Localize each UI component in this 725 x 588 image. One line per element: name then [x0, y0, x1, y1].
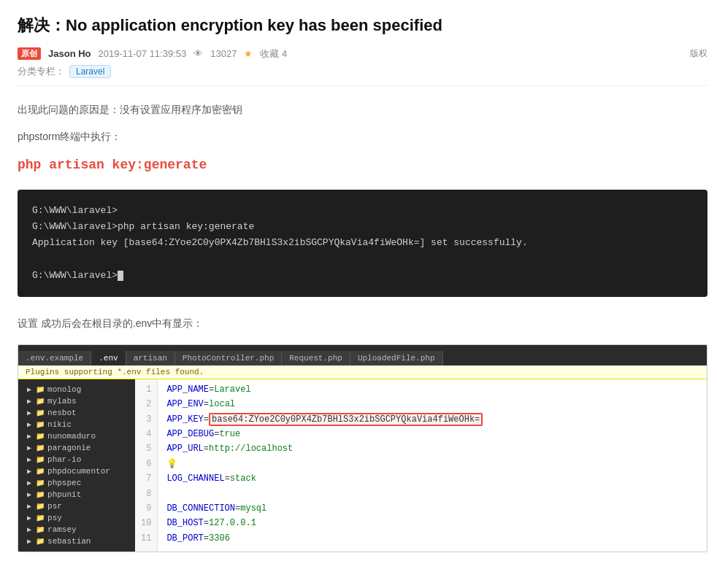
instruction-text: phpstorm终端中执行：: [18, 128, 707, 146]
code-area: APP_NAME=Laravel APP_ENV=local APP_KEY=b…: [158, 379, 707, 552]
list-item: ▶ 📁 mylabs: [18, 395, 135, 407]
code-line-9: DB_CONNECTION=mysql: [166, 501, 698, 516]
list-item: ▶ 📁 monolog: [18, 384, 135, 395]
list-item: ▶ 📁 paragonie: [18, 442, 135, 454]
original-badge: 原创: [18, 47, 41, 60]
favorites-count: 收藏 4: [260, 47, 287, 61]
artisan-command: php artisan key:generate: [18, 158, 707, 172]
ide-tab-photocontroller[interactable]: PhotoController.php: [175, 351, 282, 365]
category-tag[interactable]: Laravel: [69, 65, 111, 78]
ide-tab-env[interactable]: .env: [91, 351, 126, 365]
ide-tabs: .env.example .env artisan PhotoControlle…: [18, 345, 707, 365]
list-item: ▶ 📁 nunomaduro: [18, 430, 135, 442]
ide-code-content: 12345 67891011 APP_NAME=Laravel APP_ENV=…: [135, 379, 707, 552]
list-item: ▶ 📁 nesbot: [18, 407, 135, 419]
terminal-line-5: G:\WWW\laravel>: [32, 270, 118, 281]
after-text: 设置 成功后会在根目录的.env中有显示：: [18, 314, 707, 333]
code-line-10: DB_HOST=127.0.0.1: [166, 516, 698, 530]
code-line-6: 💡: [166, 457, 698, 471]
list-item: ▶ 📁 phpunit: [18, 489, 135, 500]
page-title: 解决：No application encryption key has bee…: [18, 15, 707, 37]
code-line-3: APP_KEY=base64:ZYoe2C0y0PX4Zb7BHlS3x2ibS…: [166, 412, 698, 427]
code-line-7: LOG_CHANNEL=stack: [166, 471, 698, 486]
code-line-5: APP_URL=http://localhost: [166, 441, 698, 456]
ide-tab-artisan[interactable]: artisan: [126, 351, 175, 365]
list-item: ▶ 📁 phpspec: [18, 477, 135, 489]
terminal-line-3: Application key [base64:ZYoe2C0y0PX4Zb7B…: [32, 237, 528, 248]
author-name[interactable]: Jason Ho: [48, 48, 91, 59]
terminal-cursor: [118, 271, 123, 281]
category-label: 分类专栏：: [18, 65, 65, 78]
ide-screenshot: .env.example .env artisan PhotoControlle…: [18, 344, 707, 552]
code-line-11: DB_PORT=3306: [166, 531, 698, 546]
list-item: ▶ 📁 psy: [18, 512, 135, 524]
ide-sidebar: ▶ 📁 monolog ▶ 📁 mylabs ▶ 📁 nesbot ▶ 📁 ni…: [18, 379, 135, 552]
ide-plugin-bar: Plugins supporting *.env files found.: [18, 365, 707, 379]
ide-tab-env-example[interactable]: .env.example: [18, 351, 91, 365]
ide-tab-uploadedfile[interactable]: UploadedFile.php: [350, 351, 443, 365]
views-count: 13027: [210, 48, 237, 59]
star-icon: ★: [244, 48, 253, 59]
line-numbers: 12345 67891011: [135, 379, 158, 552]
category-bar: 分类专栏： Laravel: [18, 65, 707, 86]
code-line-4: APP_DEBUG=true: [166, 427, 698, 441]
views-icon: 👁: [193, 48, 203, 59]
code-line-2: APP_ENV=local: [166, 397, 698, 411]
ide-body: ▶ 📁 monolog ▶ 📁 mylabs ▶ 📁 nesbot ▶ 📁 ni…: [18, 379, 707, 552]
ide-tab-request[interactable]: Request.php: [282, 351, 350, 365]
terminal-block: G:\WWW\laravel> G:\WWW\laravel>php artis…: [18, 190, 707, 296]
list-item: ▶ 📁 sebastian: [18, 535, 135, 547]
code-line-8: [166, 487, 698, 501]
list-item: ▶ 📁 phar-io: [18, 454, 135, 465]
intro-text: 出现此问题的原因是：没有设置应用程序加密密钥: [18, 101, 707, 119]
code-line-1: APP_NAME=Laravel: [166, 382, 698, 397]
publish-date: 2019-11-07 11:39:53: [99, 48, 187, 59]
terminal-line-1: G:\WWW\laravel>: [32, 205, 118, 216]
list-item: ▶ 📁 psr: [18, 500, 135, 512]
list-item: ▶ 📁 phpdocumentor: [18, 465, 135, 477]
list-item: ▶ 📁 ramsey: [18, 524, 135, 535]
list-item: ▶ 📁 nikic: [18, 419, 135, 430]
copyright-link[interactable]: 版权: [690, 47, 707, 60]
meta-bar: 原创 Jason Ho 2019-11-07 11:39:53 👁 13027 …: [18, 47, 707, 61]
highlighted-key: base64:ZYoe2C0y0PX4Zb7BHlS3x2ibSGCPYQkaV…: [209, 413, 483, 426]
terminal-line-2: G:\WWW\laravel>php artisan key:generate: [32, 221, 254, 232]
